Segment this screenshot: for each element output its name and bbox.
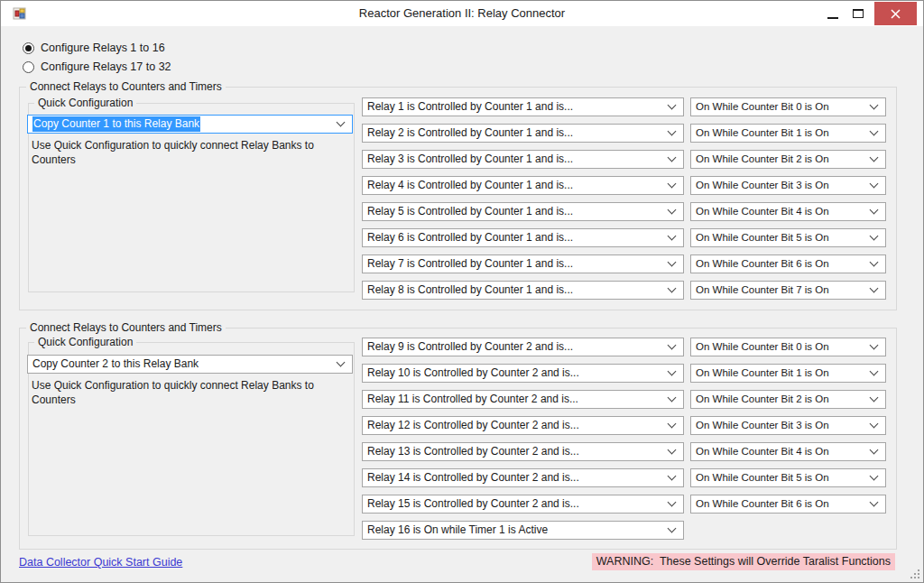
selected-option-label: Relay 13 is Controlled by Counter 2 and … [367,445,579,458]
bit-3-select[interactable]: On While Counter Bit 3 is On [690,416,886,435]
selected-option-label: Relay 10 is Controlled by Counter 2 and … [367,366,579,379]
relay-16-select[interactable]: Relay 16 is On while Timer 1 is Active [362,521,684,540]
radio-configure-relays-1-16[interactable]: Configure Relays 1 to 16 [23,42,165,54]
chevron-down-icon [669,285,676,292]
relay-7-select[interactable]: Relay 7 is Controlled by Counter 1 and i… [362,254,684,273]
close-button[interactable] [874,2,917,25]
relay-4-select[interactable]: Relay 4 is Controlled by Counter 1 and i… [362,176,684,195]
radio-selected-icon [23,42,34,54]
bit-select-column-1: On While Counter Bit 0 is OnOn While Cou… [690,97,886,300]
selected-option-label: Relay 5 is Controlled by Counter 1 and i… [367,205,573,217]
close-icon [891,9,901,19]
chevron-down-icon [871,473,878,480]
relay-14-select[interactable]: Relay 14 is Controlled by Counter 2 and … [362,468,684,487]
bit-4-select[interactable]: On While Counter Bit 4 is On [690,202,886,221]
chevron-down-icon [871,499,878,506]
relay-13-select[interactable]: Relay 13 is Controlled by Counter 2 and … [362,442,684,461]
quick-config-help-text: Use Quick Configuration to quickly conne… [32,138,334,167]
chevron-down-icon [669,259,676,266]
quick-start-guide-link[interactable]: Data Collector Quick Start Guide [19,556,182,569]
relay-select-column-2: Relay 9 is Controlled by Counter 2 and i… [362,338,684,540]
bit-2-select[interactable]: On While Counter Bit 2 is On [690,390,886,409]
selected-option-label: Relay 4 is Controlled by Counter 1 and i… [367,179,573,191]
chevron-down-icon [871,128,878,135]
quick-config-select-1[interactable]: Copy Counter 1 to this Relay Bank [27,115,353,134]
selected-option-label: On While Counter Bit 6 is On [696,258,829,269]
relay-15-select[interactable]: Relay 15 is Controlled by Counter 2 and … [362,495,684,514]
window-title: Reactor Generation II: Relay Connector [1,1,923,26]
bit-4-select[interactable]: On While Counter Bit 4 is On [690,442,886,461]
quick-config-help-text: Use Quick Configuration to quickly conne… [32,378,334,407]
selected-option-label: Relay 15 is Controlled by Counter 2 and … [367,497,579,510]
maximize-button[interactable] [845,2,871,25]
chevron-down-icon [337,359,345,366]
radio-configure-relays-17-32[interactable]: Configure Relays 17 to 32 [23,60,171,73]
relay-select-column-1: Relay 1 is Controlled by Counter 1 and i… [362,97,684,300]
selected-option-label: Relay 6 is Controlled by Counter 1 and i… [367,231,573,244]
selected-option-label: Relay 11 is Controlled by Counter 2 and … [367,393,578,405]
bit-5-select[interactable]: On While Counter Bit 5 is On [690,228,886,247]
radio-label: Configure Relays 1 to 16 [41,42,165,54]
selected-option-label: Copy Counter 2 to this Relay Bank [32,357,199,370]
chevron-down-icon [669,342,676,349]
selected-option-label: Relay 9 is Controlled by Counter 2 and i… [367,340,573,353]
selected-option-label: On While Counter Bit 4 is On [696,446,829,457]
relay-9-select[interactable]: Relay 9 is Controlled by Counter 2 and i… [362,338,684,356]
relay-6-select[interactable]: Relay 6 is Controlled by Counter 1 and i… [362,228,684,247]
chevron-down-icon [669,180,676,188]
selected-option-label: On While Counter Bit 1 is On [696,127,829,138]
relay-10-select[interactable]: Relay 10 is Controlled by Counter 2 and … [362,364,684,383]
resize-grip[interactable] [910,569,920,579]
bit-0-select[interactable]: On While Counter Bit 0 is On [690,97,886,116]
title-bar[interactable]: Reactor Generation II: Relay Connector [1,1,923,26]
group-title: Connect Relays to Counters and Timers [26,321,226,334]
selected-option-label: On While Counter Bit 3 is On [696,180,829,190]
relay-8-select[interactable]: Relay 8 is Controlled by Counter 1 and i… [362,281,684,300]
radio-label: Configure Relays 17 to 32 [41,60,171,73]
selected-option-label: Relay 16 is On while Timer 1 is Active [367,523,548,536]
relay-3-select[interactable]: Relay 3 is Controlled by Counter 1 and i… [362,150,684,169]
chevron-down-icon [669,233,676,240]
bit-6-select[interactable]: On While Counter Bit 6 is On [690,254,886,273]
selected-option-label: On While Counter Bit 0 is On [696,341,829,352]
bit-3-select[interactable]: On While Counter Bit 3 is On [690,176,886,195]
selected-option-label: On While Counter Bit 2 is On [696,153,829,164]
chevron-down-icon [871,421,878,428]
relay-5-select[interactable]: Relay 5 is Controlled by Counter 1 and i… [362,202,684,221]
chevron-down-icon [871,447,878,454]
selected-option-label: On While Counter Bit 1 is On [696,367,829,378]
maximize-icon [853,9,864,18]
app-window: Reactor Generation II: Relay Connector C… [0,0,924,583]
relay-1-select[interactable]: Relay 1 is Controlled by Counter 1 and i… [362,97,684,116]
group-title: Quick Configuration [34,336,136,348]
bit-5-select[interactable]: On While Counter Bit 5 is On [690,468,886,487]
relay-2-select[interactable]: Relay 2 is Controlled by Counter 1 and i… [362,124,684,143]
chevron-down-icon [871,368,878,375]
bit-7-select[interactable]: On While Counter Bit 7 is On [690,281,886,300]
minimize-button[interactable] [820,2,845,25]
chevron-down-icon [669,525,676,532]
bit-2-select[interactable]: On While Counter Bit 2 is On [690,150,886,169]
bit-1-select[interactable]: On While Counter Bit 1 is On [690,364,886,383]
minimize-icon [827,17,838,19]
chevron-down-icon [669,421,676,428]
chevron-down-icon [871,180,878,188]
chevron-down-icon [871,207,878,214]
chevron-down-icon [337,119,345,126]
chevron-down-icon [871,285,878,292]
bit-0-select[interactable]: On While Counter Bit 0 is On [690,338,886,356]
selected-option-label: Relay 14 is Controlled by Counter 2 and … [367,471,579,484]
selected-option-label: On While Counter Bit 3 is On [696,420,829,430]
group-title: Quick Configuration [34,97,136,109]
bit-6-select[interactable]: On While Counter Bit 6 is On [690,495,886,514]
selected-option-label: On While Counter Bit 6 is On [696,498,829,509]
quick-config-select-2[interactable]: Copy Counter 2 to this Relay Bank [27,355,353,374]
relay-11-select[interactable]: Relay 11 is Controlled by Counter 2 and … [362,390,684,409]
bit-1-select[interactable]: On While Counter Bit 1 is On [690,124,886,143]
selected-option-label: Relay 8 is Controlled by Counter 1 and i… [367,283,573,296]
selected-option-label: On While Counter Bit 4 is On [696,206,829,217]
chevron-down-icon [669,394,676,402]
selected-option-label: Relay 7 is Controlled by Counter 1 and i… [367,257,573,270]
relay-12-select[interactable]: Relay 12 is Controlled by Counter 2 and … [362,416,684,435]
selected-option-label: On While Counter Bit 5 is On [696,232,829,243]
